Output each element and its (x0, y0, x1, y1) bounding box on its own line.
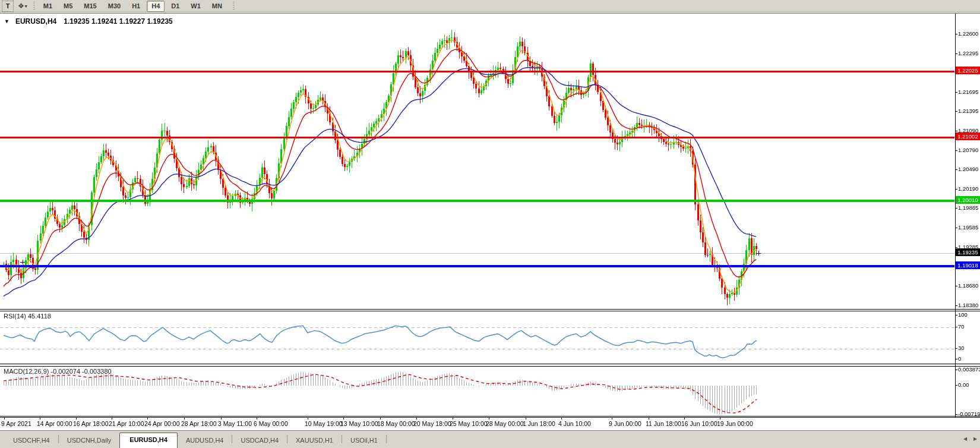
toolbar-grip2 (233, 2, 235, 11)
timeframe-button-m15[interactable]: M15 (79, 1, 101, 12)
price-tick (955, 189, 957, 190)
time-axis-label: 28 May 00:00 (486, 420, 524, 427)
rsi-tick (955, 327, 957, 327)
time-axis-label: 21 Apr 10:00 (109, 420, 144, 427)
time-axis-label: 16 Jun 10:00 (681, 420, 717, 427)
price-tick (955, 286, 957, 286)
hline-price-label: 1.22025 (956, 67, 980, 74)
time-axis-label: 3 May 11:00 (218, 420, 252, 427)
rsi-axis-label: 70 (958, 323, 965, 330)
price-axis-label: 1.19585 (958, 224, 978, 231)
time-axis-label: 14 Apr 00:00 (37, 420, 72, 427)
chart-menu-icon[interactable]: ▼ (4, 18, 10, 24)
price-axis-border (955, 14, 956, 418)
time-axis-label: 9 Jun 00:00 (609, 420, 641, 427)
chart-ohlc-values: 1.19235 1.19241 1.19227 1.19235 (64, 17, 173, 26)
main-chart-canvas[interactable] (0, 14, 954, 310)
time-axis-label: 6 May 00:00 (254, 420, 288, 427)
macd-axis-label: 0.00 (958, 381, 969, 388)
time-tick (112, 417, 112, 419)
tab-separator (386, 435, 387, 443)
price-axis-label: 1.18380 (958, 302, 978, 308)
time-tick (257, 417, 257, 419)
timeframe-button-w1[interactable]: W1 (186, 1, 206, 12)
time-tick (343, 417, 344, 419)
time-tick (4, 417, 5, 419)
timeframe-button-m30[interactable]: M30 (103, 1, 125, 12)
price-tick (955, 228, 957, 228)
rsi-tick (955, 315, 957, 316)
symbol-tab-usdchf[interactable]: USDCHF,H4 (5, 434, 58, 448)
time-tick (612, 417, 612, 419)
macd-pane-canvas[interactable] (0, 367, 954, 417)
chart-title: ▼ EURUSD,H4 1.19235 1.19241 1.19227 1.19… (4, 17, 173, 26)
price-tick (955, 34, 957, 34)
price-axis-label: 1.20790 (958, 147, 978, 153)
symbol-tab-usdcnh[interactable]: USDCNH,Daily (59, 434, 120, 448)
chevron-down-icon[interactable]: ▾ (25, 4, 27, 9)
time-axis-label: 18 May 00:00 (377, 420, 415, 427)
symbol-tab-usoil[interactable]: USOil,H1 (342, 434, 386, 448)
price-tick (955, 53, 957, 54)
rsi-axis-label: 30 (958, 345, 965, 351)
time-tick (40, 417, 40, 419)
symbol-tab-audusd[interactable]: AUDUSD,H4 (178, 434, 232, 448)
time-axis-label: 28 Apr 18:00 (181, 420, 217, 427)
price-axis-label: 1.20490 (958, 166, 978, 172)
time-tick (147, 417, 148, 419)
tab-scroll-right-button[interactable]: ▶ (971, 434, 979, 443)
time-axis-label: 16 Apr 18:00 (73, 420, 109, 427)
timeframe-button-mn[interactable]: MN (207, 1, 227, 12)
price-tick (955, 305, 957, 306)
rsi-pane-canvas[interactable] (0, 312, 954, 364)
time-axis-label: 19 Jun 00:00 (717, 420, 753, 427)
price-axis-label: 1.22295 (958, 50, 978, 56)
symbol-tab-eurusd[interactable]: EURUSD,H4 (119, 433, 178, 448)
time-axis-label: 11 Jun 18:00 (646, 420, 681, 427)
hline-price-label: 1.19018 (956, 261, 980, 269)
timeframe-button-h4[interactable]: H4 (147, 1, 165, 12)
price-axis-label: 1.19885 (958, 204, 978, 211)
hline-price-label: 1.20010 (956, 196, 980, 204)
time-tick (416, 417, 417, 419)
symbol-tab-usdcad[interactable]: USDCAD,H4 (232, 434, 287, 448)
time-tick (76, 417, 77, 419)
chart-window (0, 13, 980, 419)
timeframe-button-h1[interactable]: H1 (127, 1, 145, 12)
cursor-tool-icon[interactable]: ❖ (18, 2, 24, 10)
symbol-tab-xauusd[interactable]: XAUUSD,H1 (287, 434, 342, 448)
macd-tick (955, 414, 957, 415)
pane-separator-2[interactable] (0, 364, 980, 367)
time-axis-label: 4 Jun 10:00 (558, 420, 591, 427)
time-axis-label: 9 Apr 2021 (1, 420, 31, 427)
time-axis-label: 13 May 10:00 (340, 420, 378, 427)
macd-axis-label: 0.003873 (958, 366, 980, 373)
time-tick (453, 417, 453, 419)
time-tick (720, 417, 720, 419)
price-axis-label: 1.21395 (958, 108, 978, 114)
tab-scroll-left-button[interactable]: ◀ (961, 434, 969, 443)
price-tick (955, 92, 957, 93)
mt4-terminal: T ❖ ▾ M1M5M15M30H1H4D1W1MN ▼ EURUSD,H4 1… (0, 0, 980, 448)
pane-separator-1[interactable] (0, 309, 980, 311)
price-tick (955, 111, 957, 112)
macd-axis-label: -0.007195 (958, 411, 980, 417)
price-tick (955, 150, 957, 151)
time-axis-label: 1 Jun 18:00 (523, 420, 555, 427)
time-tick (649, 417, 649, 419)
rsi-label: RSI(14) 45.4118 (4, 313, 51, 320)
time-tick (308, 417, 308, 419)
macd-label: MACD(12,26,9) -0.002074 -0.003380 (4, 368, 112, 375)
time-tick (561, 417, 562, 419)
timeframe-button-m5[interactable]: M5 (59, 1, 77, 12)
toolbar: T ❖ ▾ M1M5M15M30H1H4D1W1MN (0, 0, 980, 12)
price-tick (955, 169, 957, 170)
current-price-label: 1.19235 (956, 248, 980, 256)
timeframe-button-m1[interactable]: M1 (39, 1, 57, 12)
text-tool-button[interactable]: T (2, 1, 14, 12)
chart-symbol-period: EURUSD,H4 (15, 17, 56, 26)
rsi-tick (955, 359, 957, 359)
timeframe-button-d1[interactable]: D1 (166, 1, 184, 12)
hline-price-label: 1.21002 (956, 132, 980, 140)
rsi-axis-label: 100 (958, 311, 968, 318)
